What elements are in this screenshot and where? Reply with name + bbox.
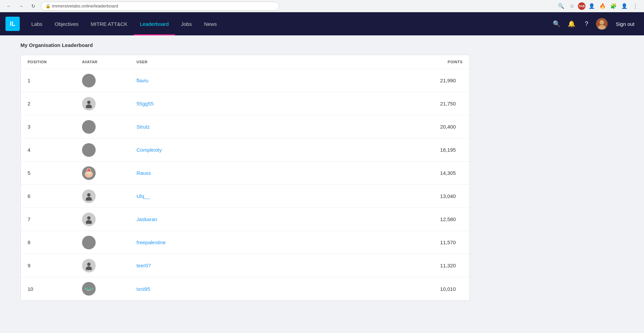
leaderboard-table: POSITION AVATAR USER POINTS 1flaviu21,99… bbox=[20, 55, 470, 301]
address-bar[interactable]: 🔒 immersivelabs.online/leaderboard bbox=[41, 2, 279, 11]
avatar bbox=[82, 166, 96, 180]
avatar bbox=[82, 236, 96, 249]
avatar bbox=[82, 213, 96, 226]
user-link[interactable]: Ulq__ bbox=[136, 193, 150, 199]
col-avatar: AVATAR bbox=[82, 60, 136, 64]
user-link[interactable]: Jaskaran bbox=[136, 216, 157, 222]
cell-user: flaviu bbox=[136, 78, 395, 83]
user-link[interactable]: flaviu bbox=[136, 78, 148, 83]
cell-avatar bbox=[82, 166, 136, 180]
cell-position: 5 bbox=[28, 170, 82, 176]
nav-news[interactable]: News bbox=[198, 12, 223, 35]
nav-jobs[interactable]: Jobs bbox=[175, 12, 198, 35]
svg-rect-16 bbox=[90, 288, 91, 289]
cell-position: 1 bbox=[28, 78, 82, 83]
nav-right: 🔍 🔔 ? Sign out bbox=[551, 18, 639, 30]
emoji-extension-icon[interactable]: 🔥 bbox=[598, 1, 607, 11]
svg-point-9 bbox=[86, 197, 92, 201]
svg-point-12 bbox=[87, 263, 91, 266]
bell-icon[interactable]: 🔔 bbox=[566, 18, 577, 29]
refresh-button[interactable]: ↻ bbox=[29, 1, 38, 11]
cell-points: 14,305 bbox=[395, 170, 463, 176]
cell-avatar bbox=[82, 189, 136, 203]
signout-button[interactable]: Sign out bbox=[612, 19, 639, 29]
table-row: 7Jaskaran12,580 bbox=[21, 208, 469, 231]
help-icon[interactable]: ? bbox=[581, 18, 592, 29]
cell-points: 13,040 bbox=[395, 193, 463, 199]
cell-user: Ulq__ bbox=[136, 193, 395, 199]
navbar: IL Labs Objectives MITRE ATT&CK Leaderbo… bbox=[0, 12, 644, 35]
logo-text: IL bbox=[10, 20, 15, 28]
browser-extension-area: 🔍 ☆ YAB 👤 🔥 🧩 👤 ⋮ bbox=[556, 1, 640, 11]
svg-rect-15 bbox=[87, 288, 88, 289]
cell-user: Complexity bbox=[136, 147, 395, 153]
cell-position: 8 bbox=[28, 239, 82, 245]
table-header: POSITION AVATAR USER POINTS bbox=[21, 55, 469, 69]
user-link[interactable]: Strutz bbox=[136, 124, 150, 130]
svg-point-10 bbox=[87, 216, 91, 220]
cell-avatar bbox=[82, 213, 136, 226]
cell-user: 55gg55 bbox=[136, 101, 395, 106]
table-row: 6Ulq__13,040 bbox=[21, 185, 469, 208]
back-button[interactable]: ← bbox=[4, 1, 14, 11]
cell-points: 12,580 bbox=[395, 216, 463, 222]
svg-point-13 bbox=[86, 266, 92, 270]
cell-avatar bbox=[82, 259, 136, 272]
nav-objectives[interactable]: Objectives bbox=[49, 12, 85, 35]
cell-position: 7 bbox=[28, 216, 82, 222]
yab-extension-icon[interactable]: YAB bbox=[578, 2, 585, 10]
user-link[interactable]: 55gg55 bbox=[136, 101, 154, 106]
browser-chrome: ← → ↻ 🔒 immersivelabs.online/leaderboard… bbox=[0, 0, 644, 12]
cell-position: 9 bbox=[28, 263, 82, 268]
user-link[interactable]: Complexity bbox=[136, 147, 162, 153]
table-row: 1flaviu21,990 bbox=[21, 69, 469, 92]
cell-position: 6 bbox=[28, 193, 82, 199]
svg-rect-18 bbox=[92, 288, 93, 290]
cell-avatar bbox=[82, 236, 136, 249]
user-link[interactable]: Rauss bbox=[136, 170, 151, 176]
nav-links: Labs Objectives MITRE ATT&CK Leaderboard… bbox=[25, 12, 551, 35]
cell-points: 11,320 bbox=[395, 263, 463, 268]
cell-avatar bbox=[82, 74, 136, 87]
svg-point-8 bbox=[87, 193, 91, 197]
avatar bbox=[82, 282, 96, 296]
user-link[interactable]: teer07 bbox=[136, 263, 151, 268]
table-row: 4Complexity16,195 bbox=[21, 138, 469, 162]
logo[interactable]: IL bbox=[5, 17, 20, 31]
nav-leaderboard[interactable]: Leaderboard bbox=[134, 12, 175, 35]
table-row: 9teer0711,320 bbox=[21, 254, 469, 277]
table-row: 255gg5521,750 bbox=[21, 92, 469, 115]
user-avatar[interactable] bbox=[596, 18, 608, 30]
search-icon[interactable]: 🔍 bbox=[551, 18, 562, 29]
main-content: My Organisation Leaderboard POSITION AVA… bbox=[0, 35, 644, 333]
url-text: immersivelabs.online/leaderboard bbox=[52, 3, 118, 9]
svg-rect-17 bbox=[85, 288, 86, 290]
nav-labs[interactable]: Labs bbox=[25, 12, 49, 35]
user-link[interactable]: freepalestine bbox=[136, 239, 166, 245]
forward-button[interactable]: → bbox=[16, 1, 26, 11]
cell-points: 20,400 bbox=[395, 124, 463, 130]
cell-user: txni95 bbox=[136, 286, 395, 292]
col-position: POSITION bbox=[28, 60, 82, 64]
puzzle-extension-icon[interactable]: 🧩 bbox=[609, 1, 618, 11]
profile-browser-icon[interactable]: 👤 bbox=[587, 1, 596, 11]
cell-position: 3 bbox=[28, 124, 82, 130]
cell-user: freepalestine bbox=[136, 239, 395, 245]
cell-avatar bbox=[82, 120, 136, 134]
menu-browser-icon[interactable]: ⋮ bbox=[630, 1, 640, 11]
avatar bbox=[82, 97, 96, 111]
star-browser-icon[interactable]: ☆ bbox=[567, 1, 577, 11]
avatar bbox=[82, 259, 96, 272]
search-browser-icon[interactable]: 🔍 bbox=[556, 1, 566, 11]
cell-points: 10,010 bbox=[395, 286, 463, 292]
nav-mitre[interactable]: MITRE ATT&CK bbox=[85, 12, 134, 35]
cell-user: Rauss bbox=[136, 170, 395, 176]
col-points: POINTS bbox=[395, 60, 463, 64]
avatar bbox=[82, 74, 96, 87]
account-browser-icon[interactable]: 👤 bbox=[619, 1, 629, 11]
table-row: 5Rauss14,305 bbox=[21, 162, 469, 185]
cell-points: 16,195 bbox=[395, 147, 463, 153]
table-row: 3Strutz20,400 bbox=[21, 115, 469, 138]
cell-avatar bbox=[82, 97, 136, 111]
user-link[interactable]: txni95 bbox=[136, 286, 150, 292]
